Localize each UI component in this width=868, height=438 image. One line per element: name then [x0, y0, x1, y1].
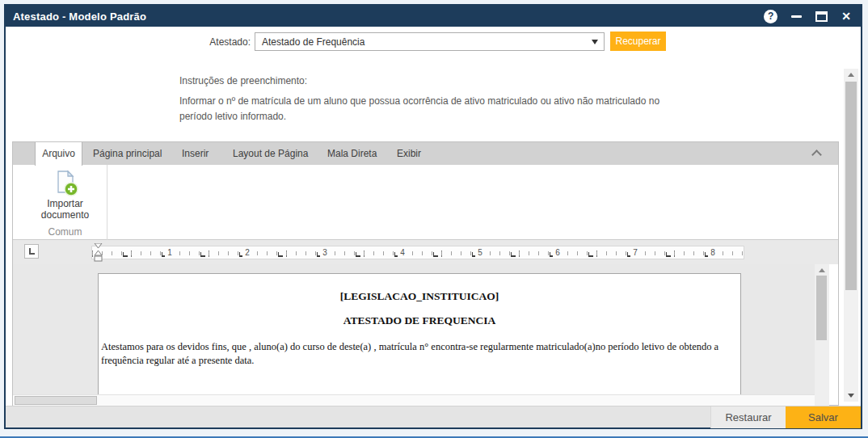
ruler-number: 4 — [398, 246, 407, 259]
document-vscrollbar[interactable] — [815, 264, 829, 406]
dialog-scroll-up-icon[interactable] — [848, 73, 854, 77]
ruler-number: 5 — [475, 246, 485, 259]
close-icon[interactable]: ✕ — [841, 11, 851, 22]
dialog-vscrollbar-thumb[interactable] — [845, 82, 857, 290]
ruler-number: 1 — [165, 246, 175, 259]
tab-mala-direta[interactable]: Mala Direta — [327, 142, 377, 165]
titlebar: Atestado - Modelo Padrão ? ✕ — [6, 6, 861, 27]
window-title: Atestado - Modelo Padrão — [6, 11, 146, 23]
window-controls: ? ✕ — [764, 6, 851, 27]
ruler-row: 1 2 3 4 5 6 7 8 — [13, 240, 838, 264]
atestado-select[interactable]: Atestado de Frequência — [255, 32, 605, 51]
tab-exibir[interactable]: Exibir — [397, 142, 421, 165]
ruler-number: 8 — [708, 246, 718, 259]
ribbon-panel: Importar documento Comum — [13, 165, 838, 240]
ruler-number: 2 — [242, 246, 252, 259]
ruler-number: 6 — [553, 246, 563, 259]
screen: Atestado - Modelo Padrão ? ✕ Atestado: A… — [0, 0, 868, 438]
dialog-scroll-down-icon[interactable] — [848, 394, 854, 398]
help-icon[interactable]: ? — [764, 10, 777, 23]
doc-heading-atestado: ATESTADO DE FREQUENCIA — [99, 314, 740, 327]
minimize-icon[interactable] — [791, 15, 802, 18]
vscrollbar-thumb[interactable] — [816, 276, 827, 340]
document-add-icon — [51, 169, 80, 198]
restaurar-button[interactable]: Restaurar — [710, 406, 786, 428]
ruler-number: 3 — [320, 246, 330, 259]
recuperar-button[interactable]: Recuperar — [610, 32, 666, 51]
indent-markers-icon[interactable] — [94, 243, 103, 263]
instructions-body: Informar o nº de matrícula de um aluno q… — [179, 94, 693, 124]
tab-pagina-principal[interactable]: Página principal — [93, 142, 162, 165]
collapse-ribbon-icon[interactable] — [813, 150, 820, 157]
chevron-down-icon — [592, 40, 598, 44]
tab-arquivo[interactable]: Arquivo — [35, 142, 82, 166]
instructions: Instruções de preenchimento: Informar o … — [179, 75, 693, 124]
atestado-label: Atestado: — [206, 36, 251, 48]
instructions-title: Instruções de preenchimento: — [179, 75, 693, 86]
salvar-button[interactable]: Salvar — [786, 406, 861, 428]
scroll-up-icon[interactable] — [819, 268, 825, 272]
left-tab-icon — [29, 248, 35, 255]
tab-layout-de-pagina[interactable]: Layout de Página — [233, 142, 308, 165]
document-canvas: [LEGISLACAO_INSTITUICAO] ATESTADO DE FRE… — [13, 264, 815, 406]
tab-stop-selector[interactable] — [24, 244, 39, 259]
maximize-icon[interactable] — [815, 11, 828, 22]
import-document-label: Importar documento — [23, 198, 107, 221]
tab-inserir[interactable]: Inserir — [182, 142, 209, 165]
document-page[interactable]: [LEGISLACAO_INSTITUICAO] ATESTADO DE FRE… — [98, 273, 741, 406]
dialog-vscrollbar[interactable] — [844, 69, 858, 402]
ribbon-group-label: Comum — [23, 226, 107, 238]
dialog-window: Atestado - Modelo Padrão ? ✕ Atestado: A… — [4, 4, 862, 429]
doc-heading-legislacao: [LEGISLACAO_INSTITUICAO] — [99, 290, 740, 303]
atestado-select-value: Atestado de Frequência — [262, 36, 364, 48]
import-document-button[interactable]: Importar documento Comum — [23, 165, 107, 240]
footer-bar: Restaurar Salvar — [6, 406, 861, 427]
document-editor: Arquivo Página principal Inserir Layout … — [12, 141, 839, 406]
hscrollbar-thumb[interactable] — [15, 396, 97, 405]
doc-paragraph: Atestamos para os devidos fins, que , al… — [99, 340, 740, 368]
document-hscrollbar[interactable] — [13, 394, 815, 406]
horizontal-ruler[interactable]: 1 2 3 4 5 6 7 8 — [91, 246, 744, 259]
ruler-number: 7 — [630, 246, 640, 259]
ribbon-tabstrip: Arquivo Página principal Inserir Layout … — [13, 142, 838, 165]
